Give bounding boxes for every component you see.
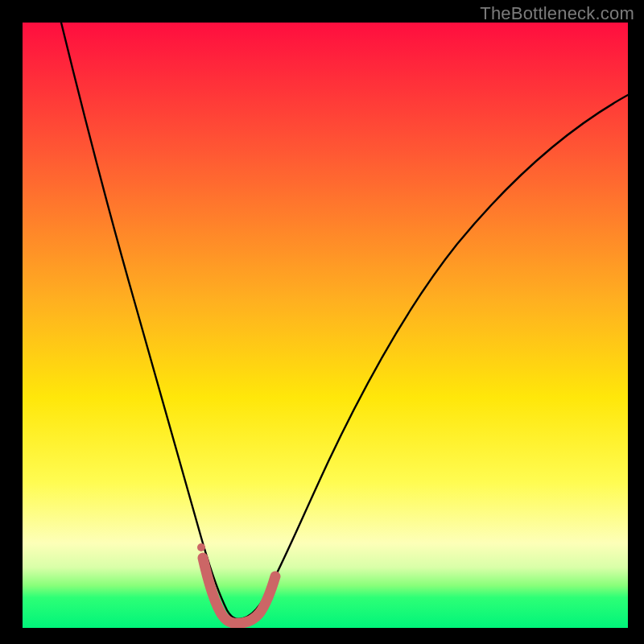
marker-dot-icon: [197, 543, 205, 551]
watermark-label: TheBottleneck.com: [480, 3, 634, 24]
bottom-marker-path: [203, 558, 275, 623]
bottleneck-curve-path: [61, 23, 628, 619]
bottleneck-curve-svg: [23, 23, 628, 628]
chart-plot-area: [23, 23, 628, 628]
